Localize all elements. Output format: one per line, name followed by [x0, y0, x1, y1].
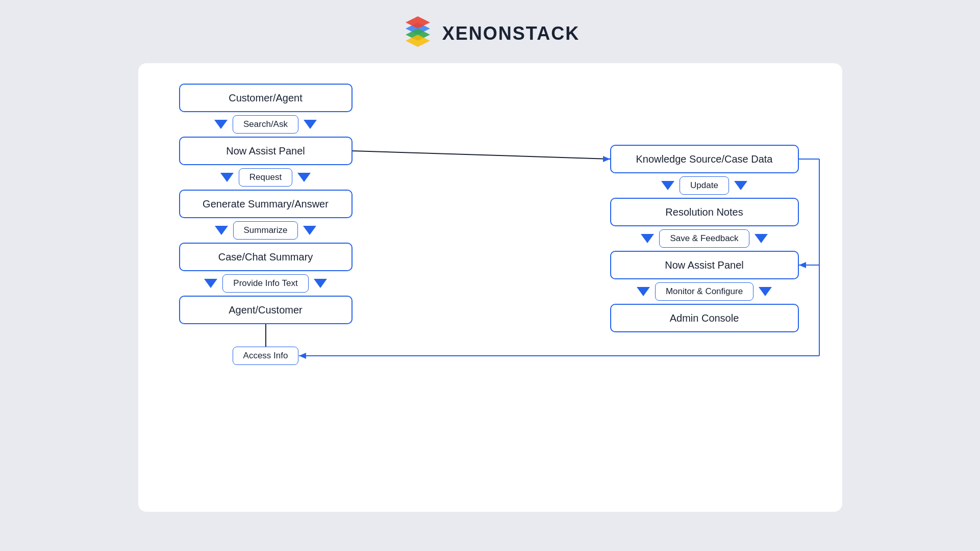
triangle-down-icon: [641, 234, 654, 243]
resolution-notes-box: Resolution Notes: [610, 198, 799, 226]
summarize-label: Summarize: [244, 225, 288, 235]
v-line-to-access: [265, 324, 266, 347]
case-chat-label: Case/Chat Summary: [218, 251, 313, 263]
arrow-monitor-configure: Monitor & Configure: [597, 282, 812, 301]
generate-summary-label: Generate Summary/Answer: [203, 198, 329, 210]
admin-console-box: Admin Console: [610, 304, 799, 332]
triangle-down-icon: [759, 287, 772, 296]
triangle-down-icon: [215, 226, 228, 235]
monitor-configure-label: Monitor & Configure: [666, 286, 743, 297]
arrow-search-ask: Search/Ask: [169, 115, 363, 134]
right-column: Knowledge Source/Case Data Update Resolu…: [597, 145, 812, 332]
provide-info-label: Provide Info Text: [233, 278, 297, 288]
triangle-down-icon: [297, 173, 311, 182]
generate-summary-box: Generate Summary/Answer: [179, 190, 353, 218]
now-assist-panel-right-label: Now Assist Panel: [665, 259, 744, 271]
now-assist-panel-right-box: Now Assist Panel: [610, 251, 799, 279]
left-column: Customer/Agent Search/Ask Now Assist Pan…: [169, 84, 363, 365]
case-chat-summary-box: Case/Chat Summary: [179, 243, 353, 271]
header: XENONSTACK: [400, 0, 580, 63]
arrow-request: Request: [169, 168, 363, 187]
search-ask-label: Search/Ask: [243, 119, 288, 129]
save-feedback-label: Save & Feedback: [670, 233, 738, 244]
summarize-box: Summarize: [233, 221, 298, 240]
triangle-down-icon: [214, 120, 228, 129]
arrow-save-feedback: Save & Feedback: [597, 229, 812, 248]
customer-agent-box: Customer/Agent: [179, 84, 353, 112]
arrow-provide-info: Provide Info Text: [169, 274, 363, 293]
triangle-down-icon: [637, 287, 650, 296]
knowledge-source-box: Knowledge Source/Case Data: [610, 145, 799, 173]
triangle-down-icon: [204, 279, 217, 288]
access-info-box: Access Info: [233, 347, 299, 365]
agent-customer-label: Agent/Customer: [229, 304, 303, 316]
triangle-down-icon: [755, 234, 768, 243]
triangle-down-icon: [220, 173, 234, 182]
agent-customer-box: Agent/Customer: [179, 296, 353, 324]
diagram-container: Customer/Agent Search/Ask Now Assist Pan…: [138, 63, 842, 512]
triangle-down-icon: [661, 181, 674, 190]
save-feedback-box: Save & Feedback: [659, 229, 749, 248]
provide-info-box: Provide Info Text: [222, 274, 308, 293]
arrow-summarize: Summarize: [169, 221, 363, 240]
triangle-down-icon: [734, 181, 747, 190]
search-ask-box: Search/Ask: [233, 115, 298, 134]
access-info-label: Access Info: [243, 351, 288, 361]
brand-name: XENONSTACK: [442, 23, 580, 44]
now-assist-panel-left-label: Now Assist Panel: [226, 145, 305, 157]
request-label: Request: [249, 172, 282, 182]
resolution-notes-label: Resolution Notes: [665, 206, 743, 218]
svg-line-5: [353, 151, 610, 159]
triangle-down-icon: [304, 120, 317, 129]
request-box: Request: [239, 168, 292, 187]
xenonstack-logo: [400, 14, 435, 53]
admin-console-label: Admin Console: [670, 312, 739, 324]
customer-agent-label: Customer/Agent: [229, 92, 303, 104]
triangle-down-icon: [303, 226, 316, 235]
arrow-update: Update: [597, 176, 812, 195]
now-assist-panel-left-box: Now Assist Panel: [179, 137, 353, 165]
update-box: Update: [680, 176, 729, 195]
triangle-down-icon: [314, 279, 327, 288]
flow-wrapper: Customer/Agent Search/Ask Now Assist Pan…: [169, 84, 812, 365]
monitor-configure-box: Monitor & Configure: [655, 282, 753, 301]
knowledge-source-label: Knowledge Source/Case Data: [636, 153, 773, 165]
update-label: Update: [690, 180, 718, 191]
